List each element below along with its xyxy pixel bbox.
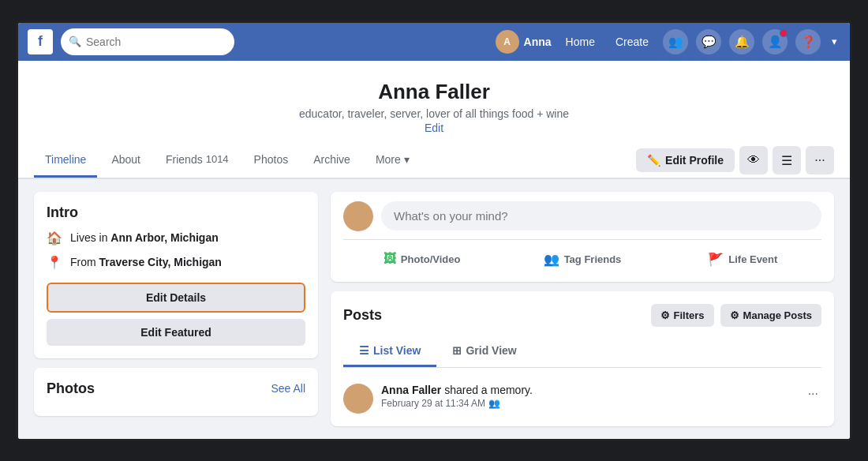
photo-video-label: Photo/Video — [401, 253, 461, 265]
pencil-icon: ✏️ — [647, 154, 660, 167]
tab-friends-label: Friends — [166, 153, 203, 166]
tabs-bar: Timeline About Friends 1014 Photos Archi… — [18, 144, 850, 178]
life-event-label: Life Event — [728, 253, 777, 265]
messenger-icon-btn[interactable]: 💬 — [696, 29, 721, 54]
filters-button[interactable]: ⚙ Filters — [651, 304, 714, 327]
help-icon-btn[interactable]: ❓ — [795, 29, 821, 54]
edit-featured-button[interactable]: Edit Featured — [47, 319, 305, 346]
navbar: f 🔍 A Anna Home Create 👥 💬 🔔 👤 ❓ ▾ — [18, 23, 850, 61]
edit-profile-button[interactable]: ✏️ Edit Profile — [636, 148, 735, 172]
life-event-button[interactable]: 🚩 Life Event — [664, 246, 821, 272]
photos-see-all[interactable]: See All — [271, 382, 305, 395]
tab-friends-count: 1014 — [206, 153, 229, 165]
post-input-row — [343, 201, 821, 231]
tab-about[interactable]: About — [100, 144, 152, 178]
right-column: 🖼 Photo/Video 👥 Tag Friends 🚩 Life Event — [331, 192, 834, 426]
grid-view-tab[interactable]: ⊞ Grid View — [436, 336, 532, 367]
posts-view-tabs: ☰ List View ⊞ Grid View — [343, 336, 821, 368]
post-item-avatar — [343, 384, 373, 414]
intro-lives-text: Lives in Ann Arbor, Michigan — [70, 231, 219, 244]
post-more-button[interactable]: ··· — [805, 384, 821, 404]
nav-user-name: Anna — [524, 36, 552, 48]
list-view-icon: ☰ — [359, 344, 369, 357]
list-icon-button[interactable]: ☰ — [773, 146, 801, 174]
tab-timeline[interactable]: Timeline — [34, 144, 97, 178]
post-item-meta: February 29 at 11:34 AM 👥 — [381, 398, 797, 409]
posts-title: Posts — [343, 307, 382, 324]
edit-details-button[interactable]: Edit Details — [47, 283, 305, 313]
list-view-label: List View — [373, 344, 421, 357]
profile-edit-link[interactable]: Edit — [18, 122, 850, 134]
intro-from-item: 📍 From Traverse City, Michigan — [47, 255, 305, 270]
tab-actions: ✏️ Edit Profile 👁 ☰ ··· — [636, 146, 834, 174]
intro-lives-item: 🏠 Lives in Ann Arbor, Michigan — [47, 230, 305, 245]
profile-name: Anna Faller — [18, 80, 850, 104]
edit-profile-label: Edit Profile — [665, 154, 724, 167]
posts-header: Posts ⚙ Filters ⚙ Manage Posts — [343, 304, 821, 327]
add-friend-icon-btn[interactable]: 👤 — [762, 29, 788, 54]
tag-friends-icon: 👥 — [544, 252, 559, 267]
intro-card: Intro 🏠 Lives in Ann Arbor, Michigan 📍 F… — [34, 192, 318, 358]
fb-logo[interactable]: f — [28, 29, 53, 54]
intro-from-text: From Traverse City, Michigan — [70, 256, 222, 268]
nav-dropdown-arrow[interactable]: ▾ — [829, 36, 840, 47]
notifications-icon-btn[interactable]: 🔔 — [729, 29, 754, 54]
post-box: 🖼 Photo/Video 👥 Tag Friends 🚩 Life Event — [331, 192, 834, 282]
life-event-icon: 🚩 — [708, 252, 724, 267]
search-icon: 🔍 — [69, 36, 81, 47]
list-view-tab[interactable]: ☰ List View — [343, 336, 436, 367]
photo-video-button[interactable]: 🖼 Photo/Video — [343, 246, 500, 272]
manage-posts-label: Manage Posts — [743, 309, 812, 321]
nav-create-link[interactable]: Create — [609, 32, 655, 51]
post-item-content: Anna Faller shared a memory. February 29… — [381, 384, 797, 409]
post-privacy-icon: 👥 — [488, 398, 500, 409]
tab-friends[interactable]: Friends 1014 — [155, 144, 240, 178]
avatar: A — [496, 30, 519, 54]
photo-video-icon: 🖼 — [383, 252, 396, 266]
filters-icon: ⚙ — [660, 309, 670, 321]
filters-label: Filters — [674, 309, 705, 321]
tab-more[interactable]: More ▾ — [365, 144, 421, 178]
nav-home-link[interactable]: Home — [559, 32, 601, 51]
search-input[interactable] — [86, 36, 226, 48]
profile-header: Anna Faller educator, traveler, server, … — [18, 61, 850, 179]
tag-friends-label: Tag Friends — [564, 253, 622, 265]
home-icon: 🏠 — [47, 230, 62, 245]
post-input[interactable] — [381, 201, 821, 230]
photos-card: Photos See All — [34, 368, 318, 416]
grid-view-label: Grid View — [466, 344, 516, 357]
main-content: Intro 🏠 Lives in Ann Arbor, Michigan 📍 F… — [18, 179, 850, 439]
post-author: Anna Faller — [381, 384, 441, 396]
posts-actions: ⚙ Filters ⚙ Manage Posts — [651, 304, 821, 327]
post-actions-row: 🖼 Photo/Video 👥 Tag Friends 🚩 Life Event — [343, 239, 821, 272]
post-action-text: shared a memory. — [444, 384, 533, 396]
search-bar: 🔍 — [61, 28, 234, 55]
manage-icon: ⚙ — [730, 309, 739, 321]
post-item-text: Anna Faller shared a memory. — [381, 384, 797, 396]
view-icon-button[interactable]: 👁 — [739, 146, 768, 174]
posts-section: Posts ⚙ Filters ⚙ Manage Posts — [331, 291, 834, 426]
grid-view-icon: ⊞ — [452, 344, 462, 357]
tab-photos[interactable]: Photos — [243, 144, 300, 178]
post-item: Anna Faller shared a memory. February 29… — [343, 377, 821, 414]
tab-archive[interactable]: Archive — [302, 144, 361, 178]
tag-friends-button[interactable]: 👥 Tag Friends — [503, 246, 660, 272]
location-icon: 📍 — [47, 255, 62, 270]
manage-posts-button[interactable]: ⚙ Manage Posts — [720, 304, 821, 327]
photos-title: Photos — [47, 380, 95, 397]
friends-icon-btn[interactable]: 👥 — [663, 29, 688, 54]
nav-user[interactable]: A Anna — [496, 30, 552, 54]
profile-bio: educator, traveler, server, lover of all… — [18, 107, 850, 120]
tab-more-label: More — [376, 153, 401, 166]
post-date: February 29 at 11:34 AM — [381, 398, 485, 409]
intro-title: Intro — [47, 204, 305, 221]
photos-header: Photos See All — [47, 380, 305, 397]
left-column: Intro 🏠 Lives in Ann Arbor, Michigan 📍 F… — [34, 192, 318, 426]
tab-more-chevron: ▾ — [404, 153, 410, 166]
post-box-avatar — [343, 201, 373, 231]
more-actions-button[interactable]: ··· — [806, 146, 834, 174]
